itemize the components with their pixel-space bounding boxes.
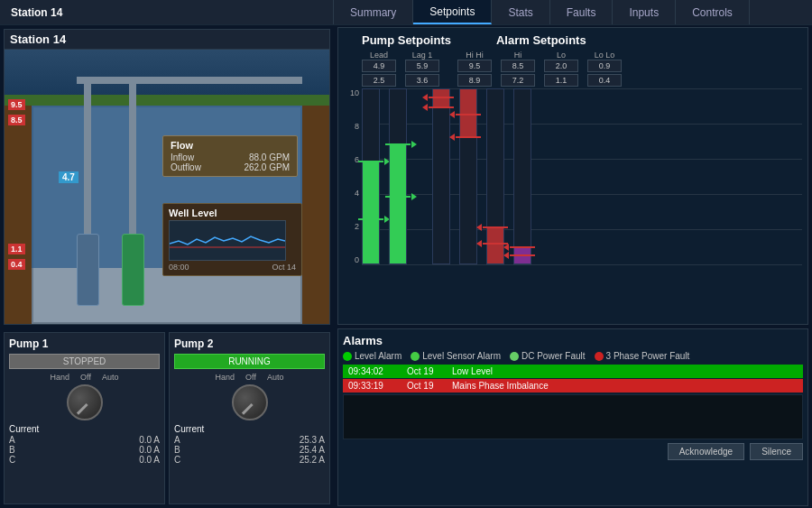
hi-upper-marker xyxy=(456,136,481,138)
alarms-section: Alarms Level Alarm Level Sensor Alarm DC… xyxy=(337,328,808,506)
lolo-lower-marker xyxy=(510,254,535,256)
lo-fill xyxy=(487,228,503,263)
setpoints-headers: Pump Setpoints Alarm Setpoints xyxy=(344,33,802,47)
well-level-box: Well Level 08:00 Oct 14 xyxy=(162,203,302,276)
hi-upper: 8.5 xyxy=(501,60,535,72)
main-content: Station 14 9.5 xyxy=(0,25,812,508)
lag1-lower-marker xyxy=(385,196,411,198)
lo-bar-container xyxy=(486,88,504,264)
all-columns xyxy=(362,88,802,264)
right-panel: Pump Setpoints Alarm Setpoints Lead 4.9 … xyxy=(334,25,812,508)
top-bar: Station 14 Summary Setpoints Stats Fault… xyxy=(0,0,812,25)
tab-controls[interactable]: Controls xyxy=(676,0,750,24)
lag1-column xyxy=(389,88,407,264)
outflow-row: Outflow 262.0 GPM xyxy=(171,162,290,172)
ground-area: 9.5 8.5 1.1 0.4 4.7 Flow Inflow 88.0 GPM xyxy=(5,50,329,324)
pump1-current: Current A0.0 A B0.0 A C0.0 A xyxy=(9,424,160,465)
lead-bar-container xyxy=(362,88,380,264)
tab-faults[interactable]: Faults xyxy=(550,0,614,24)
legend-level-alarm: Level Alarm xyxy=(343,351,401,361)
diagram-title: Station 14 xyxy=(5,30,329,50)
lo-upper: 2.0 xyxy=(544,60,578,72)
tab-stats[interactable]: Stats xyxy=(492,0,549,24)
lo-upper-marker xyxy=(483,226,508,228)
pump2-controls: Hand Off Auto xyxy=(174,373,325,382)
level-9-5: 9.5 xyxy=(8,99,25,110)
legend-dot-sensor xyxy=(411,352,420,361)
pump2-dial[interactable] xyxy=(232,384,268,420)
lag1-fill xyxy=(390,145,406,263)
lead-lower: 2.5 xyxy=(362,74,396,87)
grid-lines xyxy=(362,88,802,264)
legend-dot-dc xyxy=(510,352,519,361)
alarm-rows: 09:34:02 Oct 19 Low Level 09:33:19 Oct 1… xyxy=(343,365,803,393)
pump-setpoints-title: Pump Setpoints xyxy=(362,33,451,47)
pump-panels: Pump 1 STOPPED Hand Off Auto Current A0.… xyxy=(0,328,334,508)
lo-header: Lo 2.0 1.1 xyxy=(544,51,578,87)
well-level-chart xyxy=(169,220,286,261)
svg-rect-1 xyxy=(170,246,285,248)
lead-lower-marker xyxy=(358,218,383,220)
lo-lower: 1.1 xyxy=(544,74,578,87)
lead-column xyxy=(362,88,380,264)
lead-header: Lead 4.9 2.5 xyxy=(362,51,396,87)
alarm-empty-area xyxy=(343,394,803,439)
tab-setpoints[interactable]: Setpoints xyxy=(413,0,492,24)
lead-upper-marker xyxy=(358,161,383,162)
pump2-phase-c: C25.2 A xyxy=(174,455,325,465)
col-headers-row: Lead 4.9 2.5 Lag 1 5.9 3.6 Hi H xyxy=(362,51,802,87)
lead-upper: 4.9 xyxy=(362,60,396,72)
flow-title: Flow xyxy=(171,140,290,151)
pump1-dial[interactable] xyxy=(67,384,103,420)
inflow-row: Inflow 88.0 GPM xyxy=(171,152,290,162)
alarms-title: Alarms xyxy=(343,334,803,347)
pipe-horizontal xyxy=(77,77,302,84)
pump1-phase-b: B0.0 A xyxy=(9,445,160,455)
pump2-phase-b: B25.4 A xyxy=(174,445,325,455)
nav-tabs: Summary Setpoints Stats Faults Inputs Co… xyxy=(334,0,812,24)
hihi-upper: 9.5 xyxy=(457,60,492,72)
hihi-upper-marker xyxy=(429,106,454,108)
tab-inputs[interactable]: Inputs xyxy=(613,0,676,24)
sky-layer xyxy=(5,50,329,95)
alarm-row-0: 09:34:02 Oct 19 Low Level xyxy=(343,365,803,378)
lag1-bar-container xyxy=(389,88,407,264)
pump-col-headers: Lead 4.9 2.5 Lag 1 5.9 3.6 xyxy=(362,51,439,87)
setpoints-chart-area: Pump Setpoints Alarm Setpoints Lead 4.9 … xyxy=(337,27,808,325)
legend-dot-level xyxy=(343,352,352,361)
acknowledge-button[interactable]: Acknowledge xyxy=(668,443,744,460)
pipe-vertical-left xyxy=(84,77,91,257)
section-spacer xyxy=(416,88,423,264)
pipe-vertical-right xyxy=(129,77,136,257)
well-level-value: 4.7 xyxy=(59,171,78,183)
legend-sensor-alarm: Level Sensor Alarm xyxy=(411,351,501,361)
station-title: Station 14 xyxy=(11,6,62,19)
alarm-setpoints-title: Alarm Setpoints xyxy=(496,33,586,47)
hihi-column xyxy=(432,88,450,264)
hi-bar-container xyxy=(459,88,477,264)
flow-info-box: Flow Inflow 88.0 GPM Outflow 262.0 GPM xyxy=(162,135,298,177)
tab-summary[interactable]: Summary xyxy=(334,0,413,24)
pump1-panel: Pump 1 STOPPED Hand Off Auto Current A0.… xyxy=(4,332,165,504)
legend-dc-fault: DC Power Fault xyxy=(510,351,586,361)
silence-button[interactable]: Silence xyxy=(750,443,803,460)
alarm-buttons: Acknowledge Silence xyxy=(343,443,803,460)
pump1-phase-c: C0.0 A xyxy=(9,455,160,465)
pump2-title: Pump 2 xyxy=(174,337,325,350)
legend-3phase-fault: 3 Phase Power Fault xyxy=(595,351,690,361)
lead-fill xyxy=(363,162,379,263)
lolo-column xyxy=(513,88,531,264)
hihi-fill xyxy=(433,89,449,108)
station-diagram: Station 14 9.5 xyxy=(4,29,330,325)
hi-lower-marker xyxy=(456,114,481,115)
hihi-header: Hi Hi 9.5 8.9 xyxy=(457,51,492,87)
hihi-lower-marker xyxy=(429,97,454,98)
pump1-status: STOPPED xyxy=(9,354,160,369)
hi-column xyxy=(459,88,477,264)
lolo-upper: 0.9 xyxy=(587,60,622,72)
pump1-phase-a: A0.0 A xyxy=(9,435,160,445)
lolo-lower: 0.4 xyxy=(587,74,622,87)
level-8-5: 8.5 xyxy=(8,115,25,125)
lolo-bar-container xyxy=(513,88,531,264)
hihi-lower: 8.9 xyxy=(457,74,492,87)
